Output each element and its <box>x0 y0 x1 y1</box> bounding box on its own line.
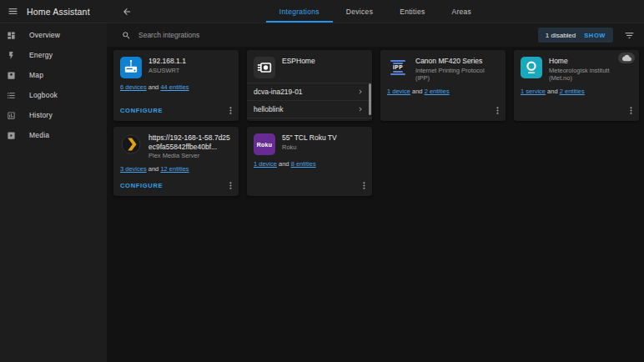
entities-link[interactable]: 8 entities <box>291 160 316 168</box>
list-item[interactable]: leadacid <box>247 118 372 121</box>
top-tab-bar: Integrations Devices Entities Areas <box>107 0 644 23</box>
plex-logo-icon <box>120 133 142 155</box>
app-title: Home Assistant <box>27 7 90 17</box>
integration-card: https://192-168-1-58.7d25ec9fa55842ffbe4… <box>113 127 239 196</box>
play-box-icon <box>7 131 16 140</box>
kebab-menu-icon[interactable] <box>225 180 236 191</box>
sidebar-item-label: History <box>29 111 53 119</box>
integration-subtitle: Meteorologisk institutt (Met.no) <box>549 67 632 83</box>
integrations-content: 192.168.1.1ASUSWRT6 devices and 44 entit… <box>107 47 644 362</box>
integration-title: 192.168.1.1 <box>148 57 186 66</box>
chart-box-icon <box>7 111 16 120</box>
integration-subtitle: Roku <box>282 143 337 152</box>
sidebar-item-label: Overview <box>29 31 60 39</box>
list-bulleted-icon <box>7 91 16 100</box>
list-item[interactable]: dcva-ina219-01 <box>247 83 372 100</box>
integration-subtitle: Internet Printing Protocol (IPP) <box>415 67 499 83</box>
links-conjunction: and <box>148 165 159 173</box>
device-entity-links: 6 devices and 44 entities <box>113 83 239 91</box>
search-icon <box>122 31 131 40</box>
devices-link[interactable]: 3 devices <box>120 165 147 173</box>
roku-logo-icon: Roku <box>254 133 275 155</box>
sidebar-item-label: Logbook <box>29 91 58 99</box>
integration-card: ESPHomedcva-ina219-01helloblinkleadacid <box>247 50 372 121</box>
device-entity-links: 1 device and 8 entities <box>247 160 372 168</box>
integration-subtitle: ASUSWRT <box>148 67 186 75</box>
arrow-left-icon[interactable] <box>122 7 132 17</box>
metno-logo-icon <box>521 57 542 78</box>
device-entity-links: 1 service and 2 entities <box>514 88 639 95</box>
configure-button[interactable]: CONFIGURE <box>120 182 163 189</box>
devices-link[interactable]: 1 service <box>521 88 546 95</box>
menu-icon[interactable] <box>8 6 18 17</box>
tabs: Integrations Devices Entities Areas <box>266 0 485 23</box>
integration-title: https://192-168-1-58.7d25ec9fa55842ffbe4… <box>148 133 232 151</box>
links-conjunction: and <box>279 160 289 168</box>
entities-link[interactable]: 2 entities <box>560 88 585 95</box>
tab-areas[interactable]: Areas <box>438 0 485 23</box>
sidebar-item-label: Media <box>29 131 49 139</box>
chevron-right-icon <box>356 105 365 113</box>
filter-icon[interactable] <box>624 30 635 41</box>
devices-link[interactable]: 1 device <box>254 160 277 168</box>
search-toolbar: 1 disabled SHOW <box>107 23 644 47</box>
list-item[interactable]: helloblink <box>247 100 372 118</box>
list-scrollbar[interactable] <box>369 83 371 115</box>
tab-devices[interactable]: Devices <box>333 0 386 23</box>
esphome-device-list: dcva-ina219-01helloblinkleadacid <box>247 83 372 121</box>
integration-card: 192.168.1.1ASUSWRT6 devices and 44 entit… <box>113 50 239 121</box>
integration-title: 55" TCL Roku TV <box>282 133 337 143</box>
kebab-menu-icon[interactable] <box>626 105 636 116</box>
sidebar-item-energy[interactable]: Energy <box>0 45 107 65</box>
sidebar-item-media[interactable]: Media <box>0 125 107 145</box>
kebab-menu-icon[interactable] <box>492 105 503 116</box>
entities-link[interactable]: 2 entities <box>425 88 450 95</box>
devices-link[interactable]: 1 device <box>387 88 410 95</box>
kebab-menu-icon[interactable] <box>225 105 236 116</box>
esphome-chip-icon <box>254 57 275 78</box>
entities-link[interactable]: 44 entities <box>160 83 189 91</box>
map-person-icon <box>7 71 16 80</box>
devices-link[interactable]: 6 devices <box>120 83 147 91</box>
sidebar-item-history[interactable]: History <box>0 105 107 125</box>
main-area: Integrations Devices Entities Areas 1 di… <box>107 0 644 362</box>
links-conjunction: and <box>148 83 159 91</box>
sidebar-item-logbook[interactable]: Logbook <box>0 85 107 105</box>
cloud-icon <box>618 53 635 63</box>
entities-link[interactable]: 12 entities <box>160 165 189 173</box>
sidebar-item-label: Energy <box>29 51 53 59</box>
links-conjunction: and <box>547 88 558 95</box>
sidebar: Home Assistant Overview Energy Map Logbo… <box>0 0 107 362</box>
lightning-bolt-icon <box>7 51 16 60</box>
integration-card: IPPCanon MF420 SeriesInternet Printing P… <box>380 50 506 121</box>
asuswrt-router-icon <box>120 57 142 78</box>
disabled-integrations-chip[interactable]: 1 disabled SHOW <box>538 28 613 43</box>
sidebar-nav: Overview Energy Map Logbook History <box>0 23 107 145</box>
integration-title: ESPHome <box>282 57 315 66</box>
tab-entities[interactable]: Entities <box>386 0 438 23</box>
configure-button[interactable]: CONFIGURE <box>120 107 163 114</box>
integration-title: Canon MF420 Series <box>415 57 499 66</box>
device-entity-links: 1 device and 2 entities <box>380 88 506 95</box>
kebab-menu-icon[interactable] <box>359 180 370 191</box>
integration-card: HomeMeteorologisk institutt (Met.no)1 se… <box>514 50 639 121</box>
device-entity-links: 3 devices and 12 entities <box>113 165 239 173</box>
view-dashboard-icon <box>7 31 16 40</box>
sidebar-item-label: Map <box>29 71 43 79</box>
show-disabled-button[interactable]: SHOW <box>584 32 606 39</box>
chevron-right-icon <box>356 88 365 96</box>
integration-card: Roku55" TCL Roku TVRoku1 device and 8 en… <box>247 127 372 196</box>
sidebar-header: Home Assistant <box>0 0 107 23</box>
list-item-label: dcva-ina219-01 <box>254 88 356 96</box>
links-conjunction: and <box>412 88 423 95</box>
integration-subtitle: Plex Media Server <box>148 152 232 160</box>
sidebar-item-map[interactable]: Map <box>0 65 107 85</box>
list-item-label: helloblink <box>254 105 356 113</box>
ipp-logo-icon: IPP <box>387 57 409 78</box>
disabled-count-label: 1 disabled <box>546 32 576 39</box>
sidebar-item-overview[interactable]: Overview <box>0 25 107 45</box>
search-input[interactable] <box>138 31 389 39</box>
tab-integrations[interactable]: Integrations <box>266 0 333 23</box>
integration-card-grid: 192.168.1.1ASUSWRT6 devices and 44 entit… <box>113 50 644 196</box>
